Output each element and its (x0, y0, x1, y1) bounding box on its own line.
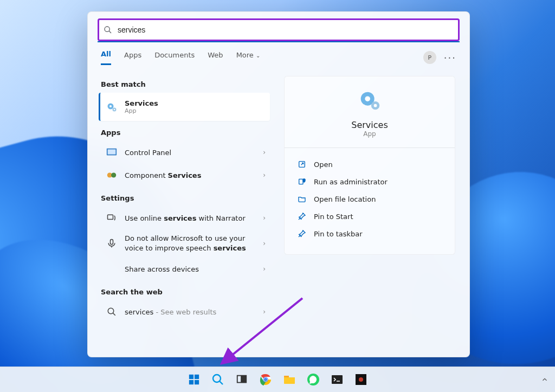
svg-rect-7 (108, 150, 116, 155)
svg-rect-22 (195, 375, 199, 379)
svg-point-25 (213, 375, 221, 382)
chevron-down-icon: ⌄ (256, 53, 260, 59)
search-filter-tabs: All Apps Documents Web More ⌄ P ··· (88, 42, 469, 65)
section-search-web: Search the web (101, 288, 270, 296)
taskbar-center (184, 369, 371, 390)
taskbar-chrome[interactable] (255, 369, 276, 390)
tab-more[interactable]: More ⌄ (236, 51, 261, 65)
chevron-right-icon: › (263, 265, 266, 273)
search-icon (104, 25, 112, 34)
action-open-file-location[interactable]: Open file location (298, 190, 442, 208)
start-search-panel: All Apps Documents Web More ⌄ P ··· Best… (87, 11, 470, 357)
taskbar (0, 367, 555, 392)
services-gear-icon-large (357, 88, 382, 113)
search-icon (105, 305, 118, 318)
tab-documents[interactable]: Documents (154, 51, 195, 65)
svg-rect-11 (111, 240, 113, 245)
svg-point-37 (359, 377, 363, 382)
chevron-right-icon: › (263, 214, 266, 222)
component-services-icon (105, 169, 118, 182)
action-pin-to-taskbar[interactable]: Pin to taskbar (298, 225, 442, 242)
svg-rect-28 (242, 376, 246, 383)
narrator-icon (105, 211, 118, 224)
svg-point-9 (111, 172, 116, 177)
open-icon (298, 160, 306, 169)
more-options-button[interactable]: ··· (444, 52, 456, 63)
svg-rect-21 (189, 375, 193, 379)
svg-rect-33 (284, 376, 289, 377)
result-services-app[interactable]: Services App (99, 93, 270, 121)
svg-point-32 (264, 378, 267, 381)
shield-icon (298, 177, 306, 186)
svg-point-0 (105, 27, 109, 31)
search-box-highlight (98, 18, 460, 41)
result-detail-pane: Services App Open Run as administrator O… (270, 65, 469, 357)
result-share-across-devices[interactable]: Share across devices › (101, 258, 270, 280)
results-list: Best match Services App Apps Control P (88, 65, 270, 357)
control-panel-icon (105, 146, 118, 159)
tab-web[interactable]: Web (208, 51, 223, 65)
section-best-match: Best match (101, 80, 270, 88)
svg-rect-10 (108, 215, 113, 219)
chevron-right-icon: › (263, 171, 266, 179)
svg-point-3 (109, 105, 112, 107)
taskbar-file-explorer[interactable] (279, 369, 300, 390)
taskbar-app-dark[interactable] (351, 369, 371, 390)
divider (285, 147, 455, 148)
svg-point-15 (365, 96, 370, 101)
result-component-services[interactable]: Component Services › (101, 164, 270, 187)
chevron-right-icon: › (263, 149, 266, 156)
taskbar-terminal[interactable] (327, 369, 347, 390)
system-tray-chevron[interactable] (541, 376, 548, 383)
detail-title: Services (298, 120, 442, 130)
chevron-right-icon: › (263, 308, 266, 316)
result-control-panel[interactable]: Control Panel › (101, 141, 270, 164)
desktop-background: All Apps Documents Web More ⌄ P ··· Best… (0, 0, 555, 392)
svg-line-13 (113, 313, 115, 316)
result-narrator-services[interactable]: Use online services with Narrator › (101, 207, 270, 229)
taskbar-search-button[interactable] (208, 369, 228, 390)
svg-line-1 (109, 31, 111, 33)
section-settings: Settings (101, 194, 270, 202)
svg-rect-27 (237, 376, 241, 383)
user-avatar[interactable]: P (423, 51, 436, 64)
tab-apps[interactable]: Apps (124, 51, 141, 65)
detail-card: Services App Open Run as administrator O… (284, 76, 455, 255)
microphone-icon (105, 237, 118, 250)
svg-rect-35 (332, 375, 343, 384)
svg-line-26 (220, 382, 223, 385)
detail-subtitle: App (298, 130, 442, 138)
tab-all[interactable]: All (101, 50, 111, 65)
task-view-button[interactable] (231, 369, 252, 390)
chevron-right-icon: › (263, 240, 266, 247)
pin-icon (298, 229, 306, 238)
svg-point-12 (108, 308, 114, 314)
result-web-search[interactable]: services - See web results › (101, 300, 270, 323)
svg-rect-24 (195, 380, 199, 384)
result-subtitle: App (125, 107, 266, 114)
svg-point-17 (374, 104, 377, 107)
taskbar-whatsapp[interactable] (303, 369, 324, 390)
folder-icon (298, 195, 306, 203)
action-pin-to-start[interactable]: Pin to Start (298, 208, 442, 225)
svg-point-5 (114, 109, 115, 110)
start-button[interactable] (184, 369, 204, 390)
section-apps: Apps (101, 128, 270, 137)
action-run-as-admin[interactable]: Run as administrator (298, 173, 442, 190)
svg-rect-23 (189, 380, 193, 384)
search-input[interactable] (117, 25, 458, 35)
blank-icon (105, 262, 118, 275)
pin-icon (298, 212, 306, 221)
result-speech-services[interactable]: Do not allow Microsoft to use your voice… (101, 229, 270, 258)
services-gear-icon (105, 100, 118, 113)
svg-rect-19 (299, 179, 303, 184)
action-open[interactable]: Open (298, 156, 442, 173)
